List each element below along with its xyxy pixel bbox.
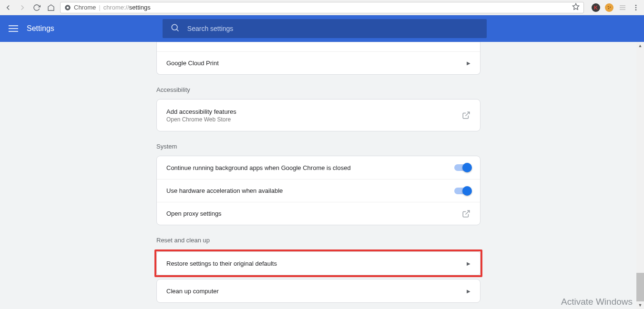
address-bar[interactable]: Chrome | chrome://settings	[60, 2, 584, 13]
back-button[interactable]	[3, 2, 13, 13]
row-label: Continue running background apps when Go…	[166, 164, 351, 171]
scrollbar-thumb[interactable]	[636, 273, 644, 301]
bookmark-star-icon[interactable]	[572, 3, 580, 12]
external-link-icon	[462, 111, 470, 120]
extension-icons: K	[592, 3, 627, 12]
omnibox-origin-label: Chrome	[74, 4, 96, 11]
restore-defaults-highlight: Restore settings to their original defau…	[154, 249, 482, 277]
proxy-settings-row[interactable]: Open proxy settings	[157, 202, 480, 225]
browser-toolbar: Chrome | chrome://settings K	[0, 0, 644, 15]
svg-rect-7	[620, 5, 625, 6]
svg-rect-9	[620, 9, 625, 10]
hardware-accel-row[interactable]: Use hardware acceleration when available	[157, 179, 480, 202]
row-label: Clean up computer	[166, 288, 219, 295]
svg-point-5	[610, 7, 611, 8]
chevron-right-icon: ▶	[467, 289, 470, 294]
background-apps-row[interactable]: Continue running background apps when Go…	[157, 156, 480, 179]
restore-defaults-card: Restore settings to their original defau…	[156, 251, 480, 275]
scroll-up-arrow[interactable]: ▲	[636, 42, 644, 50]
background-apps-toggle[interactable]	[454, 164, 470, 171]
svg-line-17	[177, 30, 179, 31]
row-label: Use hardware acceleration when available	[166, 187, 283, 194]
settings-content: ▲ ▼ Google Cloud Print ▶ Accessibility A…	[0, 42, 644, 309]
cleanup-card: Clean up computer ▶	[156, 279, 480, 303]
svg-rect-14	[9, 28, 18, 29]
svg-line-19	[466, 210, 470, 214]
system-card: Continue running background apps when Go…	[156, 156, 480, 225]
svg-rect-8	[620, 7, 625, 8]
chrome-icon	[64, 4, 71, 11]
svg-marker-2	[572, 3, 579, 10]
svg-line-18	[466, 112, 470, 116]
cleanup-computer-row[interactable]: Clean up computer ▶	[157, 279, 480, 302]
search-icon	[170, 23, 180, 34]
svg-rect-15	[9, 31, 18, 32]
restore-defaults-row[interactable]: Restore settings to their original defau…	[157, 252, 480, 275]
reset-section-title: Reset and clean up	[156, 237, 480, 244]
row-subtitle: Open Chrome Web Store	[166, 116, 236, 123]
accessibility-section-title: Accessibility	[156, 86, 480, 93]
external-link-icon	[462, 209, 470, 218]
extension-icon-1[interactable]: K	[592, 3, 600, 12]
card-spacer-row	[157, 42, 480, 51]
printing-card: Google Cloud Print ▶	[156, 42, 480, 75]
search-container	[163, 19, 487, 38]
forward-button[interactable]	[17, 2, 28, 13]
svg-point-4	[608, 6, 609, 7]
svg-rect-13	[9, 25, 18, 26]
omnibox-url-prefix: chrome://	[103, 4, 129, 11]
omnibox-url-page: settings	[129, 4, 151, 11]
svg-point-11	[635, 7, 637, 8]
add-accessibility-row[interactable]: Add accessibility features Open Chrome W…	[157, 100, 480, 131]
system-section-title: System	[156, 143, 480, 150]
svg-point-10	[635, 5, 637, 6]
accessibility-card: Add accessibility features Open Chrome W…	[156, 99, 480, 131]
hardware-accel-toggle[interactable]	[454, 188, 470, 194]
reload-button[interactable]	[31, 2, 42, 13]
search-input[interactable]	[187, 25, 479, 32]
row-label: Add accessibility features	[166, 108, 236, 115]
svg-point-3	[606, 5, 612, 10]
activate-windows-watermark: Activate Windows	[561, 297, 633, 307]
extension-icon-3[interactable]	[618, 3, 627, 12]
svg-point-16	[172, 24, 177, 30]
google-cloud-print-row[interactable]: Google Cloud Print ▶	[157, 51, 480, 74]
omnibox-separator: |	[99, 4, 100, 11]
extension-icon-2[interactable]	[605, 3, 613, 12]
svg-point-12	[635, 9, 637, 10]
row-label: Google Cloud Print	[166, 60, 219, 67]
svg-point-6	[608, 8, 609, 9]
scrollbar-track[interactable]: ▲ ▼	[636, 42, 644, 309]
home-button[interactable]	[46, 2, 56, 13]
menu-button[interactable]	[8, 23, 19, 34]
browser-menu-button[interactable]	[631, 2, 641, 13]
watermark-line1: Activate Windows	[561, 297, 633, 307]
chevron-right-icon: ▶	[467, 261, 470, 266]
row-label: Open proxy settings	[166, 210, 222, 217]
row-label: Restore settings to their original defau…	[166, 260, 277, 267]
settings-header: Settings	[0, 15, 644, 42]
scroll-down-arrow[interactable]: ▼	[636, 301, 644, 309]
chevron-right-icon: ▶	[467, 60, 470, 66]
page-title: Settings	[27, 24, 54, 33]
svg-point-1	[67, 6, 69, 9]
